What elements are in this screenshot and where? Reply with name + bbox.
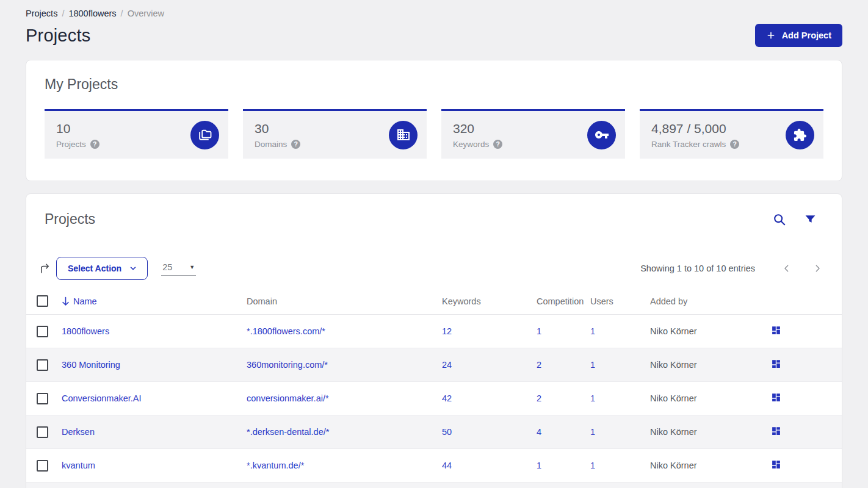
page-size-value: 25	[162, 262, 172, 272]
dashboard-icon[interactable]	[771, 392, 781, 403]
project-name-link[interactable]: 1800flowers	[62, 326, 109, 336]
project-added-by: Niko Körner	[650, 461, 697, 470]
project-keywords-value[interactable]: 42	[442, 393, 452, 403]
my-projects-card: My Projects 10 Projects ?	[26, 60, 842, 181]
stat-rank-tracker-label: Rank Tracker crawls	[651, 140, 726, 149]
pagination-prev-icon[interactable]	[782, 264, 792, 273]
project-added-by: Niko Körner	[650, 360, 697, 370]
row-checkbox[interactable]	[37, 393, 48, 404]
breadcrumb-projects[interactable]: Projects	[26, 9, 57, 18]
stat-domains-value: 30	[255, 121, 300, 136]
project-keywords-value[interactable]: 50	[442, 427, 452, 437]
stat-card-keywords: 320 Keywords ?	[441, 109, 625, 159]
projects-table-card: Projects Select Action 25	[26, 193, 842, 488]
export-icon[interactable]	[38, 262, 51, 275]
partial-next-row	[26, 483, 842, 488]
column-header-keywords[interactable]: Keywords	[442, 296, 537, 306]
project-users-value[interactable]: 1	[590, 427, 595, 437]
add-project-button[interactable]: Add Project	[755, 24, 842, 47]
column-header-users[interactable]: Users	[590, 296, 650, 306]
table-row: Derksen *.derksen-dental.de/* 50 4 1 Nik…	[26, 415, 842, 449]
page-title: Projects	[26, 26, 90, 46]
page-size-select[interactable]: 25 ▼	[161, 261, 196, 276]
sort-down-icon	[62, 296, 70, 306]
help-icon[interactable]: ?	[493, 140, 502, 149]
select-all-checkbox[interactable]	[37, 295, 48, 307]
chevron-down-icon	[129, 264, 137, 273]
stat-rank-tracker-value: 4,897 / 5,000	[651, 121, 739, 136]
breadcrumb: Projects / 1800flowers / Overview	[26, 0, 842, 18]
my-projects-title: My Projects	[45, 76, 823, 93]
column-header-competition[interactable]: Competition	[537, 296, 590, 306]
row-checkbox[interactable]	[37, 426, 48, 438]
breadcrumb-separator: /	[121, 9, 123, 18]
breadcrumb-1800flowers[interactable]: 1800flowers	[68, 9, 116, 18]
project-domain-link[interactable]: *.kvantum.de/*	[247, 461, 304, 470]
help-icon[interactable]: ?	[730, 140, 739, 149]
column-header-name[interactable]: Name	[62, 296, 247, 306]
project-added-by: Niko Körner	[650, 326, 697, 336]
caret-down-icon: ▼	[189, 264, 195, 270]
select-action-button[interactable]: Select Action	[56, 257, 148, 280]
stat-projects-label: Projects	[56, 140, 86, 149]
project-name-link[interactable]: 360 Monitoring	[62, 360, 120, 370]
search-icon[interactable]	[773, 213, 786, 226]
dashboard-icon[interactable]	[771, 359, 781, 369]
project-keywords-value[interactable]: 12	[442, 326, 452, 336]
stat-card-rank-tracker: 4,897 / 5,000 Rank Tracker crawls ?	[640, 109, 823, 159]
table-row: kvantum *.kvantum.de/* 44 1 1 Niko Körne…	[26, 449, 842, 483]
row-checkbox[interactable]	[37, 359, 48, 371]
project-competition-value[interactable]: 2	[537, 393, 541, 403]
building-icon	[389, 121, 418, 149]
dashboard-icon[interactable]	[771, 459, 781, 470]
project-competition-value[interactable]: 1	[537, 461, 541, 470]
project-users-value[interactable]: 1	[590, 360, 595, 370]
project-users-value[interactable]: 1	[590, 326, 595, 336]
project-competition-value[interactable]: 4	[537, 427, 541, 437]
dashboard-icon[interactable]	[771, 426, 781, 436]
project-keywords-value[interactable]: 44	[442, 461, 452, 470]
project-name-link[interactable]: Derksen	[62, 427, 95, 437]
project-users-value[interactable]: 1	[590, 461, 595, 470]
table-row: 360 Monitoring 360monitoring.com/* 24 2 …	[26, 348, 842, 382]
dashboard-icon[interactable]	[771, 325, 781, 336]
table-body: 1800flowers *.1800flowers.com/* 12 1 1 N…	[26, 315, 842, 483]
breadcrumb-overview: Overview	[128, 9, 164, 18]
project-name-link[interactable]: Conversionmaker.AI	[62, 393, 142, 403]
pagination-next-icon[interactable]	[812, 264, 822, 273]
filter-icon[interactable]	[805, 214, 816, 225]
row-checkbox[interactable]	[37, 326, 48, 337]
puzzle-icon	[786, 121, 814, 149]
project-competition-value[interactable]: 1	[537, 326, 541, 336]
stat-keywords-label: Keywords	[453, 140, 489, 149]
stat-card-domains: 30 Domains ?	[243, 109, 427, 159]
stat-keywords-value: 320	[453, 121, 502, 136]
row-checkbox[interactable]	[37, 460, 48, 472]
plus-icon	[766, 30, 776, 40]
project-name-link[interactable]: kvantum	[62, 461, 95, 470]
project-domain-link[interactable]: *.1800flowers.com/*	[247, 326, 325, 336]
project-keywords-value[interactable]: 24	[442, 360, 452, 370]
column-header-domain[interactable]: Domain	[247, 296, 442, 306]
help-icon[interactable]: ?	[90, 140, 99, 149]
project-competition-value[interactable]: 2	[537, 360, 541, 370]
showing-entries-text: Showing 1 to 10 of 10 entries	[640, 264, 755, 273]
projects-table: Name Domain Keywords Competition Users A…	[26, 288, 842, 488]
stat-domains-label: Domains	[255, 140, 287, 149]
table-row: 1800flowers *.1800flowers.com/* 12 1 1 N…	[26, 315, 842, 348]
project-users-value[interactable]: 1	[590, 393, 595, 403]
project-domain-link[interactable]: conversionmaker.ai/*	[247, 393, 329, 403]
column-header-added-by[interactable]: Added by	[650, 296, 771, 306]
breadcrumb-separator: /	[62, 9, 64, 18]
project-added-by: Niko Körner	[650, 427, 697, 437]
table-row: Conversionmaker.AI conversionmaker.ai/* …	[26, 382, 842, 415]
stat-card-projects: 10 Projects ?	[45, 109, 228, 159]
project-domain-link[interactable]: *.derksen-dental.de/*	[247, 427, 329, 437]
stat-projects-value: 10	[56, 121, 99, 136]
select-action-label: Select Action	[68, 264, 121, 273]
help-icon[interactable]: ?	[291, 140, 300, 149]
project-added-by: Niko Körner	[650, 393, 697, 403]
projects-panel-title: Projects	[45, 211, 95, 228]
stacked-folders-icon	[190, 121, 219, 149]
project-domain-link[interactable]: 360monitoring.com/*	[247, 360, 328, 370]
